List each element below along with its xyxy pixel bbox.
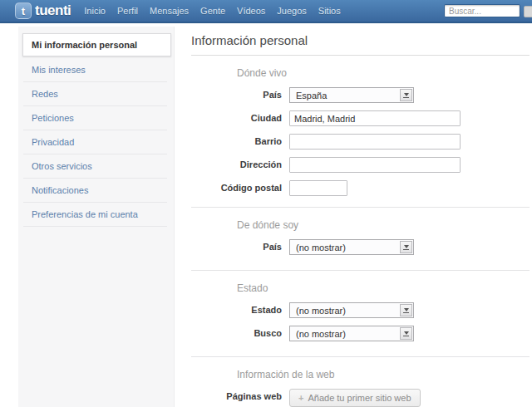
form-row: Ciudad xyxy=(191,110,530,126)
search-input[interactable] xyxy=(444,4,520,17)
barrio-input[interactable] xyxy=(289,134,461,150)
field-label-estado: Estado xyxy=(191,302,289,318)
field-label-ciudad: Ciudad xyxy=(191,110,289,126)
chevron-down-icon xyxy=(400,327,412,340)
main-nav: Inicio Perfil Mensajes Gente Vídeos Jueg… xyxy=(84,6,352,16)
nav-item-sitios[interactable]: Sitios xyxy=(318,6,341,16)
field-label-pais: País xyxy=(191,87,289,103)
sidebar-item-preferencias-de-mi-cuenta[interactable]: Preferencias de mi cuenta xyxy=(23,203,167,227)
add-website-label: Añade tu primer sitio web xyxy=(308,393,411,403)
settings-sidebar: Mi información personal Mis intereses Re… xyxy=(18,27,175,407)
codigo-postal-input[interactable] xyxy=(289,180,347,196)
field-label-paginas-web: Páginas web xyxy=(191,389,289,407)
select-value: (no mostrar) xyxy=(296,306,346,316)
form-row: Barrio xyxy=(191,134,530,150)
form-row: Páginas web Añade tu primer sitio web xyxy=(191,389,530,407)
tuenti-wordmark: tuenti xyxy=(35,2,71,19)
field-label-pais-origen: País xyxy=(191,239,289,255)
tuenti-logo[interactable]: t tuenti xyxy=(15,2,71,19)
add-website-button[interactable]: Añade tu primer sitio web xyxy=(289,389,421,407)
tuenti-logo-icon: t xyxy=(15,2,32,19)
tuenti-settings-page: t tuenti Inicio Perfil Mensajes Gente Ví… xyxy=(0,0,532,407)
form-row: País (no mostrar) xyxy=(191,239,530,255)
page-title: Información personal xyxy=(191,27,530,56)
form-row: Busco (no mostrar) xyxy=(191,326,530,341)
section-heading-informacion-de-la-web: Información de la web xyxy=(237,369,530,380)
sidebar-item-peticiones[interactable]: Peticiones xyxy=(23,106,167,130)
form-row: Dirección xyxy=(191,157,530,173)
select-value: España xyxy=(296,91,327,101)
field-label-busco: Busco xyxy=(191,326,289,341)
busco-select[interactable]: (no mostrar) xyxy=(289,326,414,341)
form-row: Estado (no mostrar) xyxy=(191,302,530,318)
pais-vivo-select[interactable]: España xyxy=(289,87,414,103)
search-go-button[interactable] xyxy=(524,6,532,17)
top-navigation-bar: t tuenti Inicio Perfil Mensajes Gente Ví… xyxy=(0,0,532,23)
field-label-barrio: Barrio xyxy=(191,134,289,150)
direccion-input[interactable] xyxy=(289,157,461,173)
section-divider xyxy=(191,270,530,271)
select-value: (no mostrar) xyxy=(296,329,346,339)
section-heading-de-donde-soy: De dónde soy xyxy=(237,219,530,231)
chevron-down-icon xyxy=(400,304,412,316)
estado-select[interactable]: (no mostrar) xyxy=(289,302,414,318)
chevron-down-icon xyxy=(400,89,412,101)
nav-item-juegos[interactable]: Juegos xyxy=(277,6,306,16)
nav-item-videos[interactable]: Vídeos xyxy=(237,6,265,16)
nav-item-gente[interactable]: Gente xyxy=(200,6,225,16)
form-row: Código postal xyxy=(191,180,530,196)
nav-item-perfil[interactable]: Perfil xyxy=(117,6,138,16)
sidebar-item-redes[interactable]: Redes xyxy=(23,82,167,106)
sidebar-item-notificaciones[interactable]: Notificaciones xyxy=(23,179,167,203)
section-heading-estado: Estado xyxy=(237,282,530,294)
form-row: País España xyxy=(191,87,530,103)
ciudad-input[interactable] xyxy=(289,110,461,126)
sidebar-item-mi-informacion-personal[interactable]: Mi información personal xyxy=(22,33,171,56)
section-heading-donde-vivo: Dónde vivo xyxy=(237,67,530,79)
section-divider xyxy=(191,207,530,208)
nav-item-mensajes[interactable]: Mensajes xyxy=(150,6,189,16)
pais-origen-select[interactable]: (no mostrar) xyxy=(289,239,414,255)
field-label-direccion: Dirección xyxy=(191,157,289,173)
sidebar-item-mis-intereses[interactable]: Mis intereses xyxy=(23,58,167,82)
sidebar-item-otros-servicios[interactable]: Otros servicios xyxy=(23,154,167,179)
section-divider xyxy=(191,356,530,357)
field-label-codigo-postal: Código postal xyxy=(191,180,289,196)
sidebar-item-privacidad[interactable]: Privacidad xyxy=(23,130,167,154)
personal-info-form: Información personal Dónde vivo País Esp… xyxy=(191,27,530,407)
nav-item-inicio[interactable]: Inicio xyxy=(84,6,106,16)
chevron-down-icon xyxy=(400,241,412,253)
plus-icon xyxy=(298,393,303,403)
select-value: (no mostrar) xyxy=(296,243,346,253)
